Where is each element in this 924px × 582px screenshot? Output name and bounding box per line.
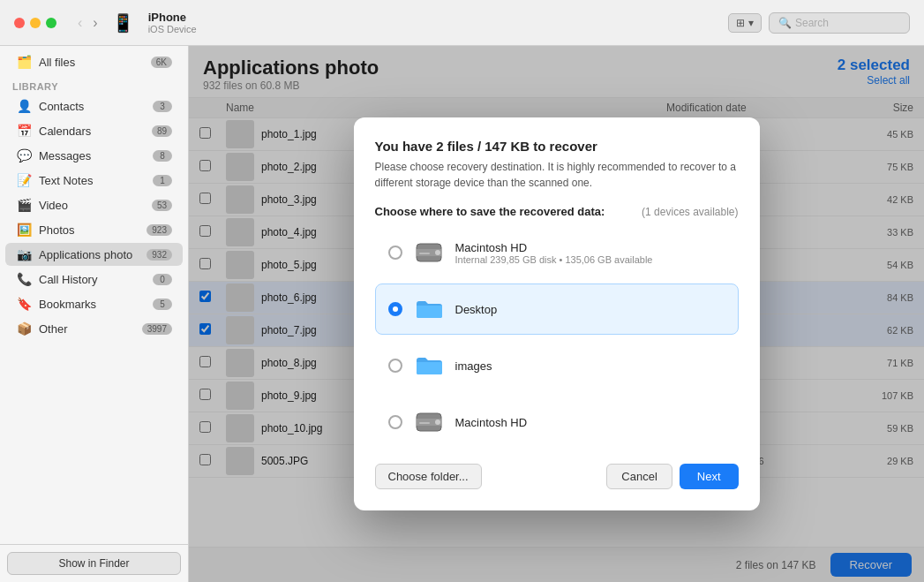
next-button[interactable]: Next xyxy=(680,464,739,489)
destination-item-images[interactable]: images xyxy=(375,340,739,391)
sidebar-item-calendars[interactable]: 📅 Calendars 89 xyxy=(5,119,183,142)
back-button[interactable]: ‹ xyxy=(74,13,86,33)
messages-badge: 8 xyxy=(153,150,172,162)
dialog-choose-label: Choose where to save the recovered data:… xyxy=(375,205,739,218)
text-notes-label: Text Notes xyxy=(39,174,146,187)
search-icon: 🔍 xyxy=(778,17,792,29)
applications-photo-badge: 932 xyxy=(146,249,172,261)
bookmarks-label: Bookmarks xyxy=(39,298,146,311)
photos-icon: 🖼️ xyxy=(16,223,32,237)
minimize-button[interactable] xyxy=(30,18,41,28)
content-area: Applications photo 932 files on 60.8 MB … xyxy=(189,46,924,582)
dest-info: Macintosh HD xyxy=(455,416,725,429)
show-finder-button[interactable]: Show in Finder xyxy=(7,552,181,575)
other-label: Other xyxy=(39,322,135,336)
sidebar-section-label: Library xyxy=(0,74,188,94)
svg-rect-3 xyxy=(419,253,430,254)
sidebar-item-contacts[interactable]: 👤 Contacts 3 xyxy=(5,94,183,117)
sidebar-item-all-files[interactable]: 🗂️ All files 6K xyxy=(5,50,183,73)
nav-buttons: ‹ › xyxy=(74,13,101,33)
dest-sub: Internal 239,85 GB disk • 135,06 GB avai… xyxy=(455,254,725,265)
contacts-label: Contacts xyxy=(39,100,146,113)
dest-info: images xyxy=(455,359,725,373)
dest-name: images xyxy=(455,359,725,373)
all-files-label: All files xyxy=(39,56,144,69)
search-bar[interactable]: 🔍 Search xyxy=(769,12,910,34)
text-notes-icon: 📝 xyxy=(16,173,32,187)
dest-info: Macintosh HD Internal 239,85 GB disk • 1… xyxy=(455,241,725,265)
all-files-icon: 🗂️ xyxy=(16,55,32,69)
sidebar: 🗂️ All files 6K Library 👤 Contacts 3 📅 C… xyxy=(0,46,189,582)
title-bar-right: ⊞▾ 🔍 Search xyxy=(728,12,910,34)
dest-radio[interactable] xyxy=(388,246,402,260)
video-icon: 🎬 xyxy=(16,198,32,212)
messages-label: Messages xyxy=(39,149,146,163)
dialog-choose-text: Choose where to save the recovered data: xyxy=(375,205,605,218)
device-info: iPhone iOS Device xyxy=(148,11,197,34)
folder-icon xyxy=(413,350,445,382)
dialog-devices-available: (1 devices available) xyxy=(642,206,738,218)
dest-radio[interactable] xyxy=(388,302,402,316)
bookmarks-icon: 🔖 xyxy=(16,297,32,311)
text-notes-badge: 1 xyxy=(153,175,172,186)
sidebar-item-call-history[interactable]: 📞 Call History 0 xyxy=(5,268,183,291)
bookmarks-badge: 5 xyxy=(153,299,172,310)
sidebar-item-messages[interactable]: 💬 Messages 8 xyxy=(5,144,183,167)
dialog-title: You have 2 files / 147 KB to recover xyxy=(375,139,739,154)
maximize-button[interactable] xyxy=(46,18,56,28)
sidebar-bottom: Show in Finder xyxy=(0,544,188,582)
cancel-button[interactable]: Cancel xyxy=(606,464,672,489)
hdd-icon xyxy=(413,406,445,438)
dest-name: Macintosh HD xyxy=(455,241,725,254)
view-toggle[interactable]: ⊞▾ xyxy=(728,13,762,33)
svg-point-6 xyxy=(435,419,440,425)
device-name: iPhone xyxy=(148,11,197,24)
dialog-overlay: You have 2 files / 147 KB to recover Ple… xyxy=(189,46,924,582)
title-bar: ‹ › 📱 iPhone iOS Device ⊞▾ 🔍 Search xyxy=(0,0,924,46)
sidebar-item-other[interactable]: 📦 Other 3997 xyxy=(5,317,183,340)
messages-icon: 💬 xyxy=(16,148,32,163)
sidebar-item-applications-photo[interactable]: 📷 Applications photo 932 xyxy=(5,243,183,266)
other-icon: 📦 xyxy=(16,321,32,336)
dest-radio[interactable] xyxy=(388,415,402,429)
call-history-icon: 📞 xyxy=(16,272,32,286)
close-button[interactable] xyxy=(14,18,25,28)
device-type: iOS Device xyxy=(148,24,197,34)
dest-info: Desktop xyxy=(455,303,725,316)
choose-folder-button[interactable]: Choose folder... xyxy=(375,464,482,489)
photos-label: Photos xyxy=(39,223,139,237)
folder-icon xyxy=(413,293,445,325)
main-layout: 🗂️ All files 6K Library 👤 Contacts 3 📅 C… xyxy=(0,46,924,582)
sidebar-item-video[interactable]: 🎬 Video 53 xyxy=(5,193,183,216)
sidebar-item-text-notes[interactable]: 📝 Text Notes 1 xyxy=(5,169,183,192)
contacts-badge: 3 xyxy=(153,101,172,112)
sidebar-item-bookmarks[interactable]: 🔖 Bookmarks 5 xyxy=(5,292,183,315)
dest-name: Desktop xyxy=(455,303,725,316)
applications-photo-icon: 📷 xyxy=(16,247,32,261)
destination-item-macintosh-hd-bottom[interactable]: Macintosh HD xyxy=(375,397,739,448)
calendars-label: Calendars xyxy=(39,125,145,138)
recovery-dialog: You have 2 files / 147 KB to recover Ple… xyxy=(354,117,760,510)
call-history-label: Call History xyxy=(39,273,146,286)
sidebar-item-photos[interactable]: 🖼️ Photos 923 xyxy=(5,218,183,241)
contacts-icon: 👤 xyxy=(16,99,32,113)
video-badge: 53 xyxy=(152,200,172,211)
call-history-badge: 0 xyxy=(153,274,172,285)
forward-button[interactable]: › xyxy=(89,13,101,33)
calendars-badge: 89 xyxy=(152,125,172,137)
dialog-right-actions: Cancel Next xyxy=(606,464,738,489)
destination-item-desktop[interactable]: Desktop xyxy=(375,283,739,335)
video-label: Video xyxy=(39,199,145,212)
applications-photo-label: Applications photo xyxy=(39,248,139,261)
dest-name: Macintosh HD xyxy=(455,416,725,429)
calendars-icon: 📅 xyxy=(16,124,32,138)
search-placeholder: Search xyxy=(795,17,829,29)
dest-radio[interactable] xyxy=(388,359,402,373)
destination-list: Macintosh HD Internal 239,85 GB disk • 1… xyxy=(375,227,739,448)
photos-badge: 923 xyxy=(146,224,172,236)
dialog-actions: Choose folder... Cancel Next xyxy=(375,464,739,489)
destination-item-macintosh-hd-top[interactable]: Macintosh HD Internal 239,85 GB disk • 1… xyxy=(375,227,739,278)
device-icon: 📱 xyxy=(112,12,134,34)
traffic-lights xyxy=(14,18,56,28)
dialog-description: Please choose recovery destination. It i… xyxy=(375,159,739,191)
